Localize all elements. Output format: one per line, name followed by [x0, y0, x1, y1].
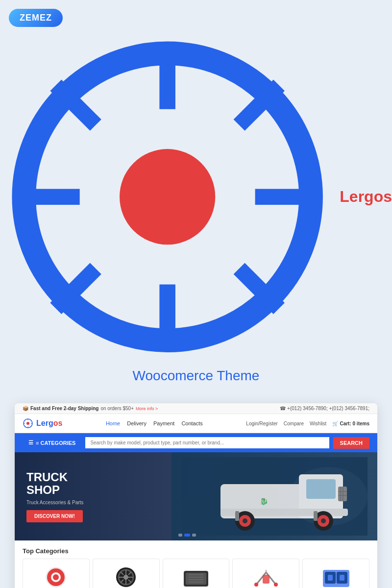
svg-point-11: [26, 422, 29, 425]
nav-payment[interactable]: Payment: [153, 420, 174, 426]
logo-wheel-icon: [0, 29, 335, 364]
nav-delivery[interactable]: Delivery: [127, 420, 147, 426]
nav-logo-icon: [23, 418, 33, 429]
dot-1[interactable]: [178, 534, 182, 537]
hero-dots: [178, 534, 196, 537]
brand-subtitle: Woocomerce Theme: [0, 368, 392, 384]
svg-rect-20: [306, 479, 336, 499]
category-card-wheels[interactable]: Custom Wheels: [93, 559, 160, 588]
hero-banner: TRUCK SHOP Truck Accessories & Parts DIS…: [15, 452, 377, 540]
nav-links: Home Delivery Payment Contacts: [106, 420, 203, 426]
cart-icon: 🛒: [332, 421, 338, 426]
wheels-image: [109, 565, 143, 588]
shipping-text: Fast and Free 2-day Shipping: [30, 406, 98, 411]
svg-text:🐉: 🐉: [260, 497, 269, 506]
shipping-condition: on orders $50+: [100, 406, 134, 411]
shipping-icon: 📦: [23, 406, 28, 411]
top-categories-title: Top Categories: [15, 540, 377, 559]
hero-title: TRUCK SHOP: [26, 471, 83, 497]
nav-contacts[interactable]: Contacts: [181, 420, 202, 426]
hero-subtitle: Truck Accessories & Parts: [26, 500, 83, 505]
svg-rect-35: [314, 511, 318, 521]
top-bar: 📦 Fast and Free 2-day Shipping on orders…: [15, 403, 377, 414]
phone-info: ☎ +(012) 3456-7890; +(012) 3456-7891;: [280, 406, 369, 411]
compare-link[interactable]: Compare: [284, 421, 304, 426]
nav-home[interactable]: Home: [106, 420, 120, 426]
svg-point-38: [53, 574, 59, 580]
dot-2[interactable]: [184, 534, 190, 537]
cart-label: Cart: 0 items: [340, 421, 369, 426]
nav-bar: Lergos Home Delivery Payment Contacts Lo…: [15, 414, 377, 433]
truck-svg: 🐉: [181, 457, 368, 536]
zemez-badge: ZEMEZ: [9, 9, 63, 27]
category-card-suspension[interactable]: Suspension Systems: [232, 559, 299, 588]
search-button[interactable]: SEARCH: [333, 437, 369, 449]
hero-truck-image: 🐉: [172, 452, 377, 540]
interior-image: [319, 565, 353, 588]
svg-point-58: [254, 583, 258, 587]
svg-rect-21: [338, 487, 347, 501]
svg-point-41: [123, 575, 128, 580]
brand-header: Lergos Woocomerce Theme: [0, 0, 392, 393]
nav-logo-text: Lergos: [36, 419, 62, 428]
svg-point-29: [243, 518, 247, 523]
categories-icon: ☰: [28, 440, 33, 446]
brakes-image: [39, 565, 73, 588]
brand-logo: Lergos: [0, 29, 392, 364]
svg-rect-34: [235, 511, 239, 521]
cart-link[interactable]: 🛒 Cart: 0 items: [332, 421, 369, 426]
login-register-link[interactable]: Login/Register: [246, 421, 277, 426]
wishlist-link[interactable]: Wishlist: [310, 421, 326, 426]
search-bar: ☰ ≡ CATEGORIES SEARCH: [15, 433, 377, 452]
categories-label: ≡ CATEGORIES: [36, 440, 75, 446]
more-info-link[interactable]: More info >: [136, 406, 158, 411]
categories-grid: Brakes & Rotors Custom Wheels: [15, 559, 377, 588]
hero-content: TRUCK SHOP Truck Accessories & Parts DIS…: [15, 461, 95, 532]
svg-point-59: [274, 583, 278, 587]
svg-rect-60: [263, 575, 270, 584]
search-input-wrap: [85, 437, 329, 448]
brand-name: Lergos: [340, 188, 392, 206]
category-card-brakes[interactable]: Brakes & Rotors: [23, 559, 90, 588]
svg-rect-66: [340, 575, 344, 581]
svg-point-32: [321, 518, 326, 523]
nav-right: Login/Register Compare Wishlist 🛒 Cart: …: [246, 421, 369, 426]
search-input[interactable]: [85, 437, 329, 448]
floormats-image: [179, 565, 213, 588]
category-card-floormats[interactable]: Floor Mats: [163, 559, 230, 588]
dot-3[interactable]: [192, 534, 196, 537]
svg-rect-65: [328, 575, 333, 581]
shipping-info: 📦 Fast and Free 2-day Shipping on orders…: [23, 406, 158, 411]
category-card-interior[interactable]: Interior: [302, 559, 369, 588]
svg-point-1: [120, 149, 215, 245]
categories-button[interactable]: ☰ ≡ CATEGORIES: [23, 437, 81, 449]
browser-window: 📦 Fast and Free 2-day Shipping on orders…: [15, 403, 377, 588]
suspension-image: [249, 565, 283, 588]
discover-button[interactable]: DISCOVER NOW!: [26, 510, 83, 522]
nav-logo: Lergos: [23, 418, 62, 429]
